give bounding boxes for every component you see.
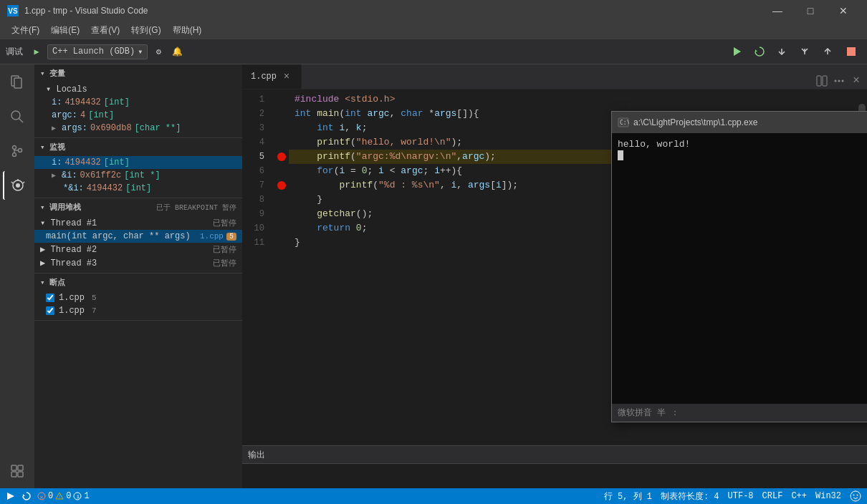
status-debug-item[interactable]: [6, 491, 16, 501]
menu-edit[interactable]: 编辑(E): [45, 23, 85, 38]
status-warning-count: 0: [66, 491, 71, 501]
var-argc-value: 4: [80, 110, 85, 120]
watch-i-value: 4194432: [64, 158, 100, 168]
svg-point-34: [851, 491, 861, 501]
breakpoint-7[interactable]: [277, 181, 286, 190]
breakpoints-label: ▾ 断点: [40, 277, 65, 288]
debug-config-selector[interactable]: C++ Launch (GDB) ▾: [47, 44, 148, 59]
debug-continue-button[interactable]: [727, 42, 747, 62]
watch-addr-type: [int *]: [124, 170, 160, 180]
gutter-4: [274, 135, 289, 150]
extensions-icon[interactable]: [3, 457, 32, 485]
svg-point-9: [19, 149, 22, 152]
status-smiley-icon[interactable]: [850, 490, 861, 502]
line-num-6: 6: [242, 164, 269, 178]
callstack-header[interactable]: ▾ 调用堆栈 已于 BREAKPOINT 暂停: [34, 198, 242, 216]
status-sync-icon[interactable]: [21, 491, 32, 501]
svg-marker-0: [734, 47, 741, 56]
debug-restart-button[interactable]: [749, 42, 770, 62]
menu-view[interactable]: 查看(V): [85, 23, 125, 38]
svg-point-36: [857, 495, 858, 496]
title-bar-controls[interactable]: — □ ✕: [761, 0, 860, 21]
status-tab-size[interactable]: 制表符长度: 4: [661, 490, 719, 503]
close-editor-icon[interactable]: ×: [848, 73, 864, 89]
line-num-4: 4: [242, 135, 269, 150]
status-line-ending[interactable]: CRLF: [762, 491, 783, 501]
output-content: [242, 464, 867, 470]
debug-stepover-button[interactable]: [772, 42, 792, 62]
status-errors[interactable]: ✕ 0 ! 0 i 1: [37, 491, 90, 501]
watch-addr-arrow: ▶: [52, 171, 59, 180]
tab-1cpp[interactable]: 1.cpp ×: [242, 64, 302, 89]
watch-deref-i[interactable]: *&i: 4194432 [int]: [34, 182, 242, 195]
status-platform[interactable]: Win32: [815, 491, 841, 501]
svg-point-7: [13, 146, 16, 150]
debug-stop-button[interactable]: [841, 42, 861, 62]
status-info-count: 1: [84, 491, 89, 501]
thread-1-header[interactable]: ▾ Thread #1 已暂停: [34, 216, 242, 230]
split-editor-icon[interactable]: [814, 73, 830, 89]
var-args-type: [char **]: [135, 123, 181, 133]
thread-1-status: 已暂停: [213, 218, 236, 228]
search-icon[interactable]: [3, 102, 32, 131]
minimize-button[interactable]: —: [761, 0, 794, 21]
breakpoints-content: 1.cpp 5 1.cpp 7: [34, 291, 242, 320]
debug-icon[interactable]: [3, 171, 32, 200]
bp-1: 1.cpp 5: [34, 291, 242, 304]
line-num-2: 2: [242, 107, 269, 121]
debug-actions: [727, 42, 861, 62]
status-position[interactable]: 行 5, 列 1: [604, 490, 652, 503]
watch-header[interactable]: ▾ 监视: [34, 138, 242, 156]
locals-label: ▾ Locals: [46, 84, 87, 94]
var-args[interactable]: ▶ args: 0x690db8 [char **]: [34, 122, 242, 135]
git-icon[interactable]: [3, 137, 32, 165]
breakpoint-5[interactable]: [277, 152, 286, 161]
svg-point-5: [11, 111, 20, 120]
thread-3-header[interactable]: ▶ Thread #3 已暂停: [34, 256, 242, 270]
watch-i[interactable]: i: 4194432 [int]: [34, 156, 242, 169]
close-button[interactable]: ✕: [827, 0, 860, 21]
var-i[interactable]: i: 4194432 [int]: [34, 96, 242, 109]
editor-area: 1.cpp × × 1 2 3 4 5 6 7: [242, 64, 867, 488]
window-title: 1.cpp - tmp - Visual Studio Code: [24, 6, 148, 16]
line-num-5: 5: [242, 150, 269, 164]
debug-settings-button[interactable]: ⚙: [150, 44, 166, 59]
gutter-7-breakpoint[interactable]: [274, 178, 289, 193]
svg-point-8: [13, 153, 16, 157]
debug-stepout-button[interactable]: [818, 42, 838, 62]
locals-header[interactable]: ▾ Locals: [34, 82, 242, 96]
bp-2-file: 1.cpp: [59, 306, 85, 316]
watch-label: ▾ 监视: [40, 142, 65, 152]
more-actions-icon[interactable]: [831, 73, 847, 89]
var-argc[interactable]: argc: 4 [int]: [34, 109, 242, 122]
status-right: 行 5, 列 1 制表符长度: 4 UTF-8 CRLF C++ Win32: [604, 490, 861, 503]
gutter-5-breakpoint[interactable]: [274, 150, 289, 164]
debug-play-button[interactable]: ▶: [29, 44, 44, 59]
menu-goto[interactable]: 转到(G): [125, 23, 166, 38]
title-bar: VS 1.cpp - tmp - Visual Studio Code — □ …: [0, 0, 867, 21]
debug-notify-button[interactable]: 🔔: [169, 44, 185, 59]
output-label[interactable]: 输出: [248, 449, 265, 461]
status-language[interactable]: C++: [791, 491, 807, 501]
code-editor[interactable]: 1 2 3 4 5 6 7 8 9 10 11: [242, 89, 867, 445]
bp-2-checkbox[interactable]: [46, 306, 54, 315]
maximize-button[interactable]: □: [794, 0, 827, 21]
debug-config-arrow: ▾: [138, 47, 143, 57]
watch-addr-i[interactable]: ▶ &i: 0x61ff2c [int *]: [34, 169, 242, 182]
svg-marker-28: [23, 494, 25, 496]
bp-1-checkbox[interactable]: [46, 294, 54, 302]
menu-help[interactable]: 帮助(H): [167, 23, 208, 38]
debug-stepinto-button[interactable]: [795, 42, 815, 62]
callstack-section: ▾ 调用堆栈 已于 BREAKPOINT 暂停 ▾ Thread #1 已暂停 …: [34, 198, 242, 273]
tab-close-button[interactable]: ×: [281, 71, 292, 82]
explorer-icon[interactable]: [3, 68, 32, 97]
tab-filename: 1.cpp: [251, 72, 277, 82]
variables-header[interactable]: ▾ 变量: [34, 64, 242, 82]
menu-bar: 文件(F) 编辑(E) 查看(V) 转到(G) 帮助(H): [0, 21, 867, 39]
svg-text:!: !: [59, 494, 62, 500]
status-encoding[interactable]: UTF-8: [728, 491, 754, 501]
breakpoints-header[interactable]: ▾ 断点: [34, 273, 242, 291]
menu-file[interactable]: 文件(F): [6, 23, 45, 38]
thread-2-header[interactable]: ▶ Thread #2 已暂停: [34, 243, 242, 256]
frame-main[interactable]: main(int argc, char ** args) 1.cpp 5: [34, 230, 242, 243]
